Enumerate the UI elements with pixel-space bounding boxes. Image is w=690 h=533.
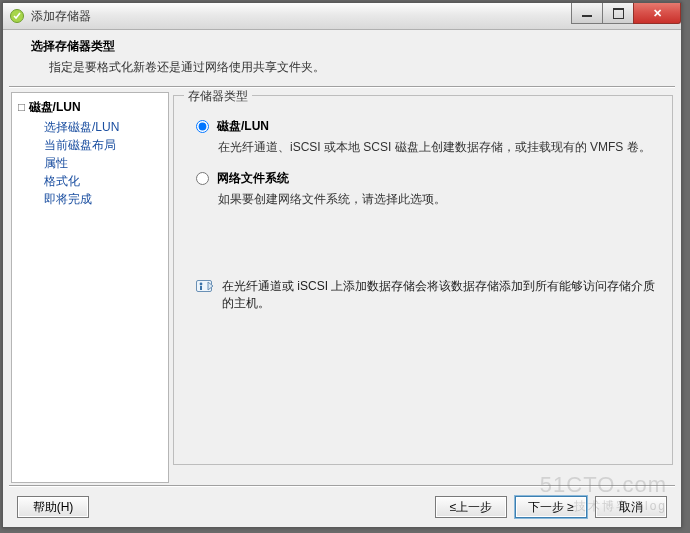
storage-type-legend: 存储器类型 <box>184 88 252 105</box>
help-button[interactable]: 帮助(H) <box>17 496 89 518</box>
window-controls <box>572 3 681 23</box>
svg-point-2 <box>200 283 203 286</box>
info-text: 在光纤通道或 iSCSI 上添加数据存储会将该数据存储添加到所有能够访问存储介质… <box>222 278 656 312</box>
wizard-content: 存储器类型 磁盘/LUN 在光纤通道、iSCSI 或本地 SCSI 磁盘上创建数… <box>173 92 673 483</box>
nav-item-properties[interactable]: 属性 <box>44 154 162 172</box>
wizard-footer: 帮助(H) ≤上一步 下一步 ≥ 取消 <box>3 487 681 527</box>
svg-rect-3 <box>200 286 202 290</box>
info-row: 在光纤通道或 iSCSI 上添加数据存储会将该数据存储添加到所有能够访问存储介质… <box>196 278 656 312</box>
radio-disk-lun[interactable] <box>196 120 209 133</box>
wizard-window: 添加存储器 选择存储器类型 指定是要格式化新卷还是通过网络使用共享文件夹。 磁盘… <box>2 2 682 528</box>
close-button[interactable] <box>633 3 681 24</box>
maximize-button[interactable] <box>602 3 634 24</box>
minimize-button[interactable] <box>571 3 603 24</box>
option-disk-lun-label: 磁盘/LUN <box>217 118 269 135</box>
cancel-button[interactable]: 取消 <box>595 496 667 518</box>
nav-item-current-layout[interactable]: 当前磁盘布局 <box>44 136 162 154</box>
nav-group-disk-lun[interactable]: 磁盘/LUN <box>18 99 162 116</box>
app-icon <box>9 8 25 24</box>
option-nfs-label: 网络文件系统 <box>217 170 289 187</box>
nav-item-ready-to-complete[interactable]: 即将完成 <box>44 190 162 208</box>
nav-item-format[interactable]: 格式化 <box>44 172 162 190</box>
back-button[interactable]: ≤上一步 <box>435 496 507 518</box>
option-nfs[interactable]: 网络文件系统 <box>196 170 656 187</box>
option-disk-lun-desc: 在光纤通道、iSCSI 或本地 SCSI 磁盘上创建数据存储，或挂载现有的 VM… <box>218 139 656 156</box>
info-icon <box>196 279 214 293</box>
option-disk-lun[interactable]: 磁盘/LUN <box>196 118 656 135</box>
titlebar[interactable]: 添加存储器 <box>3 3 681 30</box>
next-button[interactable]: 下一步 ≥ <box>515 496 587 518</box>
wizard-header: 选择存储器类型 指定是要格式化新卷还是通过网络使用共享文件夹。 <box>3 30 681 86</box>
wizard-steps-nav: 磁盘/LUN 选择磁盘/LUN 当前磁盘布局 属性 格式化 即将完成 <box>11 92 169 483</box>
radio-nfs[interactable] <box>196 172 209 185</box>
window-title: 添加存储器 <box>31 8 91 25</box>
option-nfs-desc: 如果要创建网络文件系统，请选择此选项。 <box>218 191 656 208</box>
page-title: 选择存储器类型 <box>31 38 671 55</box>
storage-type-group: 存储器类型 磁盘/LUN 在光纤通道、iSCSI 或本地 SCSI 磁盘上创建数… <box>173 95 673 465</box>
page-subtitle: 指定是要格式化新卷还是通过网络使用共享文件夹。 <box>49 59 671 76</box>
nav-item-select-disk[interactable]: 选择磁盘/LUN <box>44 118 162 136</box>
wizard-body: 磁盘/LUN 选择磁盘/LUN 当前磁盘布局 属性 格式化 即将完成 存储器类型… <box>3 88 681 485</box>
